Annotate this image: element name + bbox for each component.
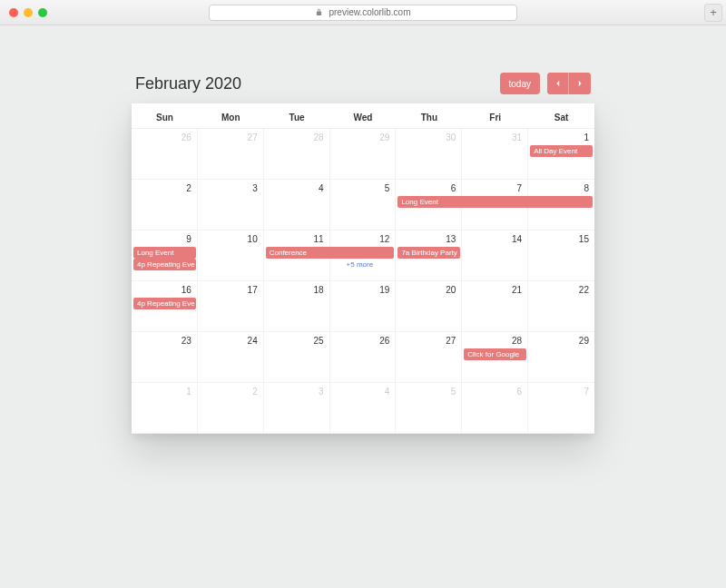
day-cell[interactable]: 2 bbox=[198, 383, 264, 434]
calendar-grid: 2627282930311234567891011121314151617181… bbox=[132, 129, 594, 434]
day-cell[interactable]: 30 bbox=[396, 129, 462, 180]
event-repeating-9[interactable]: 4p Repeating Eve bbox=[133, 259, 196, 270]
day-number: 4 bbox=[319, 183, 324, 193]
day-number: 27 bbox=[446, 336, 456, 346]
day-number: 30 bbox=[446, 132, 456, 142]
event-google[interactable]: Click for Google bbox=[464, 348, 526, 360]
calendar: Sun Mon Tue Wed Thu Fri Sat 262728293031… bbox=[132, 103, 594, 434]
day-cell[interactable]: 7 bbox=[528, 383, 594, 434]
day-number: 28 bbox=[512, 336, 522, 346]
day-cell[interactable]: 14 bbox=[462, 230, 528, 281]
day-cell[interactable]: 24 bbox=[198, 332, 264, 383]
day-cell[interactable]: 2 bbox=[132, 180, 198, 230]
day-number: 8 bbox=[584, 183, 589, 193]
day-number: 26 bbox=[379, 336, 389, 346]
day-cell[interactable]: 27 bbox=[198, 129, 264, 180]
window-controls bbox=[9, 8, 47, 17]
day-number: 31 bbox=[512, 132, 522, 142]
day-cell[interactable]: 10 bbox=[198, 230, 264, 281]
day-cell[interactable]: 1 bbox=[132, 383, 198, 434]
calendar-title: February 2020 bbox=[135, 74, 241, 93]
day-cell[interactable]: 18 bbox=[264, 281, 330, 332]
address-bar[interactable]: preview.colorlib.com bbox=[209, 5, 517, 21]
event-all-day[interactable]: All Day Event bbox=[530, 145, 593, 157]
day-cell[interactable]: 31 bbox=[462, 129, 528, 180]
event-long-1[interactable]: Long Event bbox=[397, 196, 593, 208]
event-conference[interactable]: Conference bbox=[266, 247, 395, 259]
day-number: 4 bbox=[385, 387, 390, 397]
day-cell[interactable]: 19 bbox=[330, 281, 397, 332]
day-cell[interactable]: 4 bbox=[264, 180, 330, 230]
day-cell[interactable]: 23 bbox=[132, 332, 198, 383]
event-birthday[interactable]: 7a Birthday Party bbox=[397, 247, 460, 259]
day-cell[interactable]: 6 bbox=[462, 383, 528, 434]
day-cell[interactable]: 4 bbox=[330, 383, 397, 434]
prev-button[interactable] bbox=[547, 73, 569, 94]
calendar-nav bbox=[547, 73, 591, 94]
day-number: 6 bbox=[517, 387, 523, 397]
day-cell[interactable]: 26 bbox=[330, 332, 397, 383]
day-number: 7 bbox=[584, 387, 589, 397]
chevron-left-icon bbox=[554, 80, 562, 87]
day-cell[interactable]: 15 bbox=[528, 230, 594, 281]
day-number: 6 bbox=[451, 183, 456, 193]
dow-sat: Sat bbox=[528, 103, 594, 128]
day-number: 11 bbox=[313, 234, 323, 244]
dow-fri: Fri bbox=[462, 103, 528, 128]
browser-toolbar: preview.colorlib.com + bbox=[0, 0, 726, 25]
day-number: 3 bbox=[252, 183, 258, 193]
day-cell[interactable]: 3 bbox=[198, 180, 264, 230]
event-repeating-16[interactable]: 4p Repeating Eve bbox=[133, 298, 196, 309]
day-cell[interactable]: 29 bbox=[330, 129, 397, 180]
chevron-right-icon bbox=[576, 80, 584, 87]
day-cell[interactable]: 27 bbox=[396, 332, 462, 383]
day-of-week-row: Sun Mon Tue Wed Thu Fri Sat bbox=[132, 103, 594, 129]
page-viewport: February 2020 today Sun Mon Tue Wed bbox=[0, 25, 726, 588]
day-number: 21 bbox=[512, 285, 522, 295]
day-number: 28 bbox=[313, 132, 323, 142]
day-number: 9 bbox=[186, 234, 191, 244]
next-button[interactable] bbox=[569, 73, 591, 94]
maximize-icon[interactable] bbox=[38, 8, 47, 17]
dow-tue: Tue bbox=[264, 103, 330, 128]
more-events-link[interactable]: +5 more bbox=[347, 260, 374, 269]
day-number: 25 bbox=[313, 336, 323, 346]
day-cell[interactable]: 21 bbox=[462, 281, 528, 332]
day-number: 5 bbox=[451, 387, 456, 397]
event-long-2[interactable]: Long Event bbox=[133, 247, 196, 259]
day-cell[interactable]: 17 bbox=[198, 281, 264, 332]
dow-mon: Mon bbox=[198, 103, 264, 128]
day-number: 29 bbox=[579, 336, 589, 346]
day-cell[interactable]: 28 bbox=[264, 129, 330, 180]
day-cell[interactable]: 3 bbox=[264, 383, 330, 434]
day-number: 23 bbox=[182, 336, 191, 346]
dow-sun: Sun bbox=[132, 103, 198, 128]
day-cell[interactable]: 29 bbox=[528, 332, 594, 383]
day-cell[interactable]: 22 bbox=[528, 281, 594, 332]
day-number: 19 bbox=[379, 285, 389, 295]
day-number: 24 bbox=[248, 336, 258, 346]
day-number: 16 bbox=[182, 285, 191, 295]
day-number: 10 bbox=[248, 234, 258, 244]
minimize-icon[interactable] bbox=[24, 8, 33, 17]
today-button[interactable]: today bbox=[500, 73, 540, 94]
dow-thu: Thu bbox=[396, 103, 462, 128]
new-tab-button[interactable]: + bbox=[704, 4, 722, 22]
day-cell[interactable]: 25 bbox=[264, 332, 330, 383]
day-number: 27 bbox=[248, 132, 258, 142]
address-url: preview.colorlib.com bbox=[329, 7, 410, 17]
day-number: 2 bbox=[252, 387, 258, 397]
day-number: 15 bbox=[579, 234, 589, 244]
day-number: 1 bbox=[584, 132, 589, 142]
day-cell[interactable]: 26 bbox=[132, 129, 198, 180]
day-number: 1 bbox=[186, 387, 191, 397]
lock-icon bbox=[315, 8, 323, 16]
day-number: 5 bbox=[385, 183, 390, 193]
day-cell[interactable]: 5 bbox=[396, 383, 462, 434]
day-cell[interactable]: 20 bbox=[396, 281, 462, 332]
day-number: 17 bbox=[248, 285, 258, 295]
day-number: 29 bbox=[379, 132, 389, 142]
day-cell[interactable]: 5 bbox=[330, 180, 397, 230]
close-icon[interactable] bbox=[9, 8, 18, 17]
day-number: 18 bbox=[313, 285, 323, 295]
